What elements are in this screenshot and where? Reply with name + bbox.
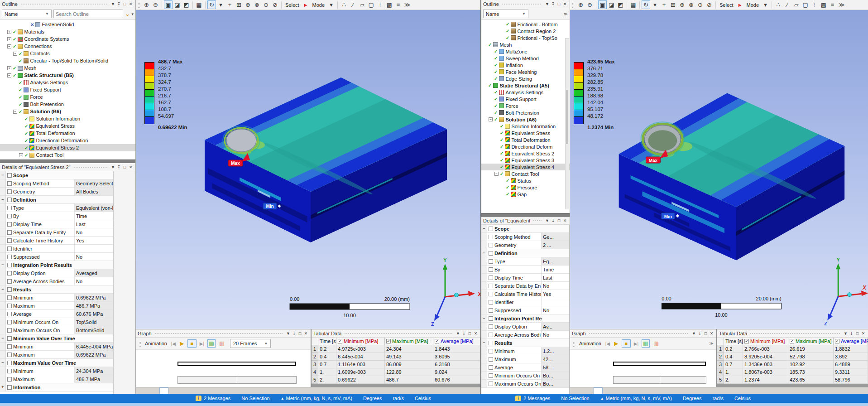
cell-time[interactable]: 0.4 [318, 353, 336, 361]
details-row[interactable]: Suppressed No [0, 253, 113, 261]
section-expand-icon[interactable] [0, 277, 6, 285]
cell-time[interactable]: 0.4 [724, 353, 743, 361]
toolbar-grip[interactable] [138, 1, 140, 9]
filter-edge-icon[interactable]: ∕ [783, 0, 791, 9]
cell-minimum[interactable]: 1.2374 [743, 376, 788, 384]
property-checkbox[interactable] [489, 284, 493, 288]
property-checkbox[interactable] [7, 320, 12, 324]
cell-maximum[interactable]: 122.89 [385, 368, 433, 376]
property-checkbox[interactable] [7, 304, 12, 308]
table-row[interactable]: 5 2. 1.2374 423.65 58.796 [717, 376, 868, 384]
tree-item[interactable]: − ✓ Solution (B6) [0, 108, 135, 115]
table-row[interactable]: 5 2. 0.69622 486.7 60.676 [312, 376, 480, 384]
tree-expand-icon[interactable] [489, 49, 493, 53]
filter-body-icon[interactable]: ▢ [367, 0, 375, 9]
property-checkbox[interactable] [7, 263, 12, 267]
property-checkbox[interactable] [7, 279, 12, 284]
pin-icon[interactable]: ↧ [550, 218, 556, 223]
property-checkbox[interactable] [7, 328, 12, 333]
tree-expand-icon[interactable] [13, 59, 17, 63]
tree-item[interactable]: ✓ MultiZone [481, 48, 570, 55]
zoom-in-icon[interactable]: ⊕ [576, 0, 585, 9]
property-checkbox[interactable] [489, 308, 493, 313]
details-row[interactable]: Minimum 6.445e-004 MPa [0, 343, 113, 351]
property-value[interactable]: No [542, 331, 569, 338]
property-value[interactable]: 42... [542, 355, 569, 363]
tree-expand-icon[interactable] [489, 111, 493, 115]
tree-expand-icon[interactable] [489, 77, 493, 81]
property-value[interactable]: Top\Solid [75, 318, 113, 326]
close-icon[interactable]: ✕ [860, 331, 866, 336]
float-icon[interactable]: □ [467, 331, 473, 336]
zoom-fit-icon[interactable]: ⊚ [687, 0, 695, 9]
table-row[interactable]: 3 0.7 1.1164e-003 86.009 6.3168 [312, 361, 480, 368]
zoom-area-icon[interactable]: ⊙ [696, 0, 705, 9]
filter-node-icon[interactable]: ⋮ [810, 0, 819, 9]
tree-item[interactable]: ✓ Fixed Support [481, 96, 570, 102]
cell-average[interactable]: 6.3168 [433, 361, 480, 368]
property-checkbox[interactable] [7, 353, 12, 357]
col-average[interactable]: ✓Average [MPa] [834, 338, 868, 345]
name-filter-dropdown[interactable]: Name ▼ [2, 10, 52, 18]
tree-expand-icon[interactable] [494, 165, 499, 169]
pin-icon[interactable]: ↧ [291, 331, 297, 336]
tree-item[interactable]: ✓ Equivalent Stress 2 [0, 144, 135, 151]
property-value[interactable]: 1.2... [542, 347, 569, 355]
zoom-out-icon[interactable]: ⊖ [151, 0, 160, 9]
details-row[interactable]: Identifier [0, 245, 113, 253]
graph-timeline[interactable] [570, 349, 716, 387]
col-minimum[interactable]: ✓Minimum [MPa] [743, 338, 788, 345]
tree-expand-icon[interactable] [494, 158, 499, 162]
tree-expand-icon[interactable] [500, 179, 504, 183]
toolbar-label-mode[interactable]: Mode [745, 2, 761, 8]
name-filter-dropdown[interactable]: Name ▼ [483, 10, 528, 18]
first-frame-button[interactable]: |◀ [604, 339, 611, 348]
caret-down-icon[interactable]: ▾ [651, 0, 659, 9]
tree-item[interactable]: ✓ Edge Sizing [481, 75, 570, 82]
pin-icon[interactable]: ↧ [697, 331, 703, 336]
tree-expand-icon[interactable] [494, 151, 499, 155]
tree-expand-icon[interactable] [13, 95, 17, 99]
tree-expand-icon[interactable] [19, 146, 23, 150]
tree-item[interactable]: ✓ Directional Deformation [0, 137, 135, 144]
tree-expand-icon[interactable] [13, 102, 17, 106]
angle-status[interactable]: Degrees [683, 396, 702, 401]
cell-maximum[interactable]: 102.92 [788, 361, 834, 368]
table-row[interactable]: 2 0.4 8.9205e-004 52.798 3.692 [717, 353, 868, 361]
details-row[interactable]: − Maximum Value Over Time [0, 359, 113, 367]
tree-expand-icon[interactable]: − [7, 44, 11, 48]
tree-expand-icon[interactable] [13, 81, 17, 85]
tree-item[interactable]: ✓ Force [0, 93, 135, 101]
bottom-tab[interactable] [150, 387, 158, 394]
property-checkbox[interactable] [489, 373, 493, 378]
float-icon[interactable]: □ [122, 165, 128, 169]
tree-expand-icon[interactable] [13, 88, 17, 92]
cell-minimum[interactable]: 2.766e-003 [743, 345, 788, 353]
cell-time[interactable]: 0.2 [318, 345, 336, 353]
tree-item[interactable]: ✓ Mesh [481, 41, 570, 48]
timeline-cell[interactable] [613, 376, 660, 384]
caret-down-icon[interactable]: ▾ [216, 0, 225, 9]
filter-vertex-icon[interactable]: ∴ [774, 0, 782, 9]
tree-item[interactable]: − ✓ Static Structural (B5) [0, 72, 135, 79]
property-checkbox[interactable] [489, 259, 493, 264]
tree-item[interactable]: ✓ Cont­act Region 2 [481, 28, 570, 34]
cell-average[interactable]: 58.796 [834, 376, 868, 384]
tree-expand-icon[interactable] [500, 22, 504, 26]
tree-expand-icon[interactable]: + [7, 66, 11, 70]
tree-item[interactable]: ✓ Solution Information [0, 115, 135, 122]
pin-icon[interactable]: ↧ [116, 165, 122, 169]
section-expand-icon[interactable]: − [0, 261, 6, 269]
bottom-tab[interactable] [594, 387, 603, 394]
tree-expand-icon[interactable] [489, 63, 493, 67]
tree-item[interactable]: ✓ Frictional - Bottom [481, 21, 570, 28]
filter-mesh-icon[interactable]: ≡ [394, 0, 403, 9]
tree-expand-icon[interactable] [19, 131, 23, 135]
details-row[interactable]: Maximum Occurs On Bottom\Solid [0, 326, 113, 334]
tree-scrollbar[interactable] [565, 38, 569, 209]
caret-down-icon[interactable]: ▾ [761, 0, 770, 9]
property-value[interactable]: 486.7 MPa [75, 375, 113, 383]
details-row[interactable]: − Results [0, 285, 113, 294]
property-checkbox[interactable] [7, 222, 12, 227]
cell-average[interactable]: 60.676 [433, 376, 480, 384]
